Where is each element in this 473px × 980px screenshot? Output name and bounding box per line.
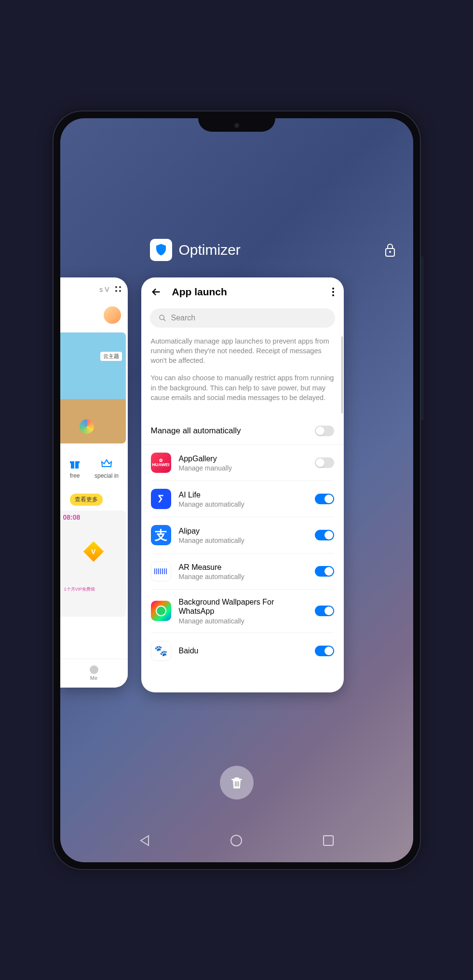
shield-icon [154, 243, 168, 257]
more-menu-icon[interactable] [332, 288, 334, 296]
vip-text: 1个月VIP免费领 [64, 586, 95, 593]
theme-thumbnail-2[interactable]: 08:08 1个月VIP免费领 [60, 511, 126, 617]
app-title: Baidu [179, 646, 307, 655]
recents-app-name: Optimizer [179, 242, 241, 258]
clock-text: 08:08 [63, 513, 81, 521]
left-card-tabs: s V [60, 277, 128, 302]
see-more-button[interactable]: 查看更多 [70, 494, 103, 506]
app-sub: Manage automatically [179, 500, 307, 508]
list-item[interactable]: 支 Alipay Manage automatically [151, 517, 334, 553]
list-item[interactable]: Background Wallpapers For WhatsApp Manag… [151, 589, 334, 632]
svg-rect-11 [324, 836, 333, 845]
trash-icon [229, 775, 244, 790]
app-sub: Manage automatically [179, 617, 307, 625]
app-toggle[interactable] [315, 494, 334, 504]
app-sub: Manage manually [179, 464, 307, 472]
ailife-icon: ⵢ [151, 489, 171, 509]
grid-icon[interactable] [115, 286, 122, 293]
recents-header: Optimizer [60, 239, 413, 261]
free-label: free [70, 472, 80, 479]
desc-text-2: You can also choose to manually restrict… [151, 373, 334, 402]
search-input[interactable]: Search [150, 308, 335, 328]
app-toggle[interactable] [315, 566, 334, 577]
recents-card-optimizer[interactable]: App launch Search Automatically manage a… [141, 277, 344, 692]
theme-thumbnail-1[interactable]: 云主题 [60, 332, 126, 443]
back-arrow-icon[interactable] [151, 287, 162, 297]
armeasure-icon [151, 561, 171, 581]
special-label: special in [95, 472, 119, 479]
alipay-icon: 支 [151, 525, 171, 545]
manage-all-row: Manage all automatically [141, 419, 344, 444]
svg-rect-4 [74, 461, 75, 469]
phone-frame: Optimizer s V 云主题 [54, 111, 420, 869]
search-icon [159, 314, 166, 322]
app-title: Alipay [179, 526, 307, 536]
manage-all-toggle[interactable] [315, 426, 334, 436]
system-nav-bar [60, 828, 413, 853]
app-info: Background Wallpapers For WhatsApp Manag… [179, 597, 307, 624]
list-item[interactable]: 🐾 Baidu [151, 633, 334, 661]
screen: Optimizer s V 云主题 [60, 118, 413, 862]
svg-rect-9 [238, 781, 239, 787]
app-info: AppGallery Manage manually [179, 454, 307, 472]
card-header: App launch [141, 277, 344, 304]
app-toggle[interactable] [315, 606, 334, 616]
app-info: AR Measure Manage automatically [179, 563, 307, 580]
recents-nav-icon[interactable] [322, 834, 335, 847]
optimizer-app-icon[interactable] [150, 239, 172, 261]
svg-rect-8 [236, 781, 237, 787]
person-icon [90, 665, 98, 674]
recents-card-previous[interactable]: s V 云主题 free special in 查看更多 [60, 277, 128, 688]
app-sub: Manage automatically [179, 573, 307, 580]
left-icons-row: free special in [60, 443, 128, 484]
svg-point-1 [389, 251, 391, 253]
list-item[interactable]: ⵢ AI Life Manage automatically [151, 481, 334, 517]
lock-icon[interactable] [384, 243, 396, 257]
nav-me-label: Me [90, 675, 97, 681]
description-block: Automatically manage app launches to pre… [141, 336, 344, 419]
bgwallpapers-icon [151, 601, 171, 621]
app-title: Background Wallpapers For WhatsApp [179, 597, 307, 616]
ball-graphic [80, 419, 94, 434]
appgallery-icon: ✿HUAWEI [151, 453, 171, 473]
back-nav-icon[interactable] [138, 834, 151, 847]
app-info: Alipay Manage automatically [179, 526, 307, 544]
page-title: App launch [172, 286, 227, 298]
app-title: AppGallery [179, 454, 307, 463]
list-item[interactable]: ✿HUAWEI AppGallery Manage manually [151, 444, 334, 481]
special-item[interactable]: special in [95, 458, 119, 479]
recents-app-label: Optimizer [150, 239, 241, 261]
svg-point-5 [160, 315, 164, 319]
crown-icon [101, 458, 112, 469]
tab-text: s V [99, 286, 109, 293]
manage-all-label: Manage all automatically [151, 426, 241, 436]
app-sub: Manage automatically [179, 537, 307, 544]
theme-tag: 云主题 [100, 352, 122, 361]
avatar-row [60, 302, 128, 329]
notch [198, 118, 275, 132]
app-info: Baidu [179, 646, 307, 655]
nav-me[interactable]: Me [90, 665, 98, 681]
list-item[interactable]: AR Measure Manage automatically [151, 553, 334, 589]
home-nav-icon[interactable] [230, 834, 243, 847]
app-title: AR Measure [179, 563, 307, 572]
vip-badge [83, 541, 104, 561]
app-title: AI Life [179, 490, 307, 499]
app-list: ✿HUAWEI AppGallery Manage manually ⵢ AI … [141, 444, 344, 661]
app-toggle[interactable] [315, 646, 334, 656]
svg-rect-7 [235, 781, 236, 787]
free-item[interactable]: free [69, 458, 81, 479]
svg-point-10 [231, 835, 242, 846]
svg-line-6 [163, 319, 165, 321]
baidu-icon: 🐾 [151, 641, 171, 661]
app-toggle[interactable] [315, 457, 334, 468]
left-bottom-nav: Me [60, 659, 128, 688]
gift-icon [69, 458, 81, 469]
clear-all-button[interactable] [220, 766, 254, 800]
desc-text-1: Automatically manage app launches to pre… [151, 336, 334, 366]
scroll-indicator [341, 336, 343, 414]
avatar[interactable] [103, 305, 122, 325]
search-placeholder: Search [171, 314, 196, 322]
app-toggle[interactable] [315, 530, 334, 540]
app-info: AI Life Manage automatically [179, 490, 307, 508]
